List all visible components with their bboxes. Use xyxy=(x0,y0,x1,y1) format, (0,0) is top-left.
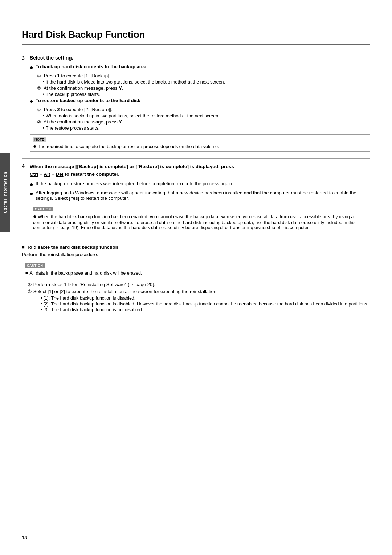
step4-bullet2-text: After logging on to Windows, a message w… xyxy=(36,190,370,201)
caution1-content: ● When the hard disk backup function has… xyxy=(33,213,367,231)
backup-header-item: ● To back up hard disk contents to the b… xyxy=(30,64,370,72)
note-bullet: ● xyxy=(33,143,37,149)
restore-step1-text: Press 2 to execute [2. [Restore]]. xyxy=(44,107,113,112)
alt-key: Alt xyxy=(44,171,50,177)
restore-header-item: ● To restore backed up contents to the h… xyxy=(30,98,370,105)
backup-note2: The backup process starts. xyxy=(43,92,370,97)
step4-title: When the message [[Backup] is complete] … xyxy=(30,163,234,178)
reinstall-step2: ② Select [1] or [2] to execute the reins… xyxy=(28,289,370,294)
step3-content: ● To back up hard disk contents to the b… xyxy=(30,64,370,152)
backup-step2-text: At the confirmation message, press Y. xyxy=(44,85,123,91)
option2: [2]: The hard disk backup function is di… xyxy=(41,301,370,307)
restore-note1: When data is backed up in two partitions… xyxy=(43,113,370,118)
step4-header: 4 When the message [[Backup] is complete… xyxy=(22,163,370,178)
reinstall-step1-text: Perform steps 1-9 for "Reinstalling Soft… xyxy=(33,282,156,287)
caution1-label: CAUTION xyxy=(33,207,53,211)
bullet-dot-1: ● xyxy=(30,64,36,72)
step4-num: 4 xyxy=(22,163,30,169)
step4-bullet2: ● After logging on to Windows, a message… xyxy=(30,190,370,201)
restore-note2: The restore process starts. xyxy=(43,126,370,131)
caution1-bullet: ● xyxy=(33,213,37,219)
disable-section: ■ To disable the hard disk backup functi… xyxy=(22,244,370,312)
caution1-text: When the hard disk backup function has b… xyxy=(33,214,355,231)
sidebar: Useful Information xyxy=(0,153,10,232)
step3-section: 3 Select the setting. ● To back up hard … xyxy=(22,55,370,152)
disable-title: To disable the hard disk backup function xyxy=(27,244,118,250)
sidebar-label: Useful Information xyxy=(3,171,7,213)
page-title: Hard Disk Backup Function xyxy=(22,29,370,45)
restart-text: to restart the computer. xyxy=(65,171,119,177)
bullet-dot-4: ● xyxy=(30,190,36,198)
key-2: 2 xyxy=(57,107,60,112)
step4-section: 4 When the message [[Backup] is complete… xyxy=(22,163,370,232)
step3-num: 3 xyxy=(22,55,30,61)
reinstall-step1: ① Perform steps 1-9 for "Reinstalling So… xyxy=(28,282,370,287)
del-key: Del xyxy=(56,171,64,177)
caution2-box: CAUTION ● All data in the backup area an… xyxy=(22,260,370,279)
note-content: ● The required time to complete the back… xyxy=(33,143,367,150)
note-box: NOTE ● The required time to complete the… xyxy=(30,134,370,152)
step4-bullet1-text: If the backup or restore process was int… xyxy=(36,181,233,186)
key-y2: Y xyxy=(119,119,122,125)
step4-bullet1: ● If the backup or restore process was i… xyxy=(30,181,370,189)
caution1-box: CAUTION ● When the hard disk backup func… xyxy=(30,204,370,233)
bullet-dot-2: ● xyxy=(30,98,36,105)
step4-content: ● If the backup or restore process was i… xyxy=(30,181,370,233)
caution2-bullet: ● xyxy=(25,270,29,276)
reinstall-circle1: ① xyxy=(28,282,32,287)
divider1 xyxy=(22,158,370,159)
reinstall-step2-text: Select [1] or [2] to execute the reinsta… xyxy=(33,289,218,294)
backup-header-text: To back up hard disk contents to the bac… xyxy=(36,64,146,69)
main-content: Hard Disk Backup Function 3 Select the s… xyxy=(22,0,370,312)
backup-note1: If the hard disk is divided into two par… xyxy=(43,80,370,85)
backup-step1: ① Press 1 to execute [1. [Backup]]. xyxy=(37,73,370,78)
square-bullet: ■ xyxy=(22,244,25,250)
key-y1: Y xyxy=(119,85,122,91)
reinstall-steps: ① Perform steps 1-9 for "Reinstalling So… xyxy=(28,282,370,312)
restore-step2-text: At the confirmation message, press Y. xyxy=(44,119,123,125)
restore-step1: ① Press 2 to execute [2. [Restore]]. xyxy=(37,107,370,112)
option3: [3]: The hard disk backup function is no… xyxy=(41,307,370,312)
key-1: 1 xyxy=(57,73,60,78)
ctrl-key: Ctrl xyxy=(30,171,38,177)
plus1: + xyxy=(40,171,44,177)
reinstall-circle2: ② xyxy=(28,289,32,294)
restore-header-text: To restore backed up contents to the har… xyxy=(36,98,140,103)
circle-2: ② xyxy=(37,86,41,91)
disable-header: ■ To disable the hard disk backup functi… xyxy=(22,244,370,250)
disable-intro: Perform the reinstallation procedure. xyxy=(22,252,370,257)
note-text: The required time to complete the backup… xyxy=(38,144,219,149)
circle-3: ① xyxy=(37,107,41,112)
page-number: 18 xyxy=(22,535,27,540)
backup-step2: ② At the confirmation message, press Y. xyxy=(37,85,370,91)
option1: [1]: The hard disk backup function is di… xyxy=(41,296,370,301)
caution2-label: CAUTION xyxy=(25,263,45,268)
caution2-content: ● All data in the backup area and hard d… xyxy=(25,269,367,277)
page: Useful Information Hard Disk Backup Func… xyxy=(0,0,392,555)
backup-step1-text: Press 1 to execute [1. [Backup]]. xyxy=(44,73,112,78)
circle-1: ① xyxy=(37,73,41,78)
plus2: + xyxy=(52,171,56,177)
note-label: NOTE xyxy=(33,137,46,142)
caution2-text: All data in the backup area and hard dis… xyxy=(29,271,142,276)
divider2 xyxy=(22,239,370,239)
step3-title: Select the setting. xyxy=(30,55,73,61)
circle-4: ② xyxy=(37,119,41,125)
restore-step2: ② At the confirmation message, press Y. xyxy=(37,119,370,125)
bullet-dot-3: ● xyxy=(30,181,36,189)
